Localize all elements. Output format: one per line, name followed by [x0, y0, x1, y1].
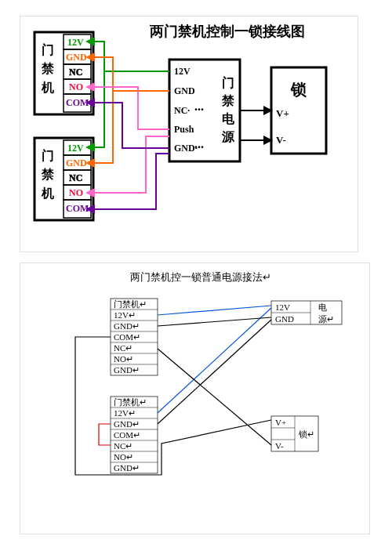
lock-1: 锁 V+ V-: [271, 67, 326, 154]
reader-2-pin-no: NO: [69, 187, 83, 198]
psu2-gnd: GND: [275, 314, 294, 324]
wires-2: [75, 306, 271, 475]
wiring-diagram-2: 两门禁机控一锁普通电源接法↵ 门禁机↵ 12V↵ GND↵ COM↵ NC↵ N…: [20, 263, 369, 534]
reader-b-nc: NC↵: [114, 441, 132, 451]
reader-b-com: COM↵: [114, 430, 140, 440]
lock-1-vminus: V-: [276, 134, 286, 146]
lock2-vplus: V+: [275, 418, 286, 427]
lock2-label: 锁↵: [298, 429, 314, 439]
reader-2-label-1: 门: [42, 148, 54, 162]
reader-1: 门 禁 机 12V GND NC NO COM: [34, 32, 93, 114]
reader-a: 门禁机↵ 12V↵ GND↵ COM↵ NC↵ NO↵ GND↵: [111, 299, 158, 375]
reader-2-label-3: 机: [41, 186, 54, 200]
lock2-vminus: V-: [275, 441, 284, 451]
diagram-top: 两门禁机控制一锁接线图 门 禁 机 12V GND NC NO COM 门 禁 …: [20, 16, 358, 252]
psu-pin-12v: 12V: [174, 66, 191, 77]
reader-a-label: 门禁机↵: [114, 299, 147, 309]
reader-1-pin-12v: 12V: [67, 37, 84, 48]
reader-b-gnd2: GND↵: [114, 463, 140, 473]
reader-a-nc: NC↵: [114, 343, 132, 353]
psu-2: 12V GND 电 源↵: [271, 301, 342, 324]
reader-b: 门禁机↵ 12V↵ GND↵ COM↵ NC↵ NO↵ GND↵: [111, 396, 158, 473]
reader-1-label-2: 禁: [41, 62, 55, 75]
reader-a-com: COM↵: [114, 332, 140, 342]
reader-1-label-1: 门: [42, 42, 54, 56]
diagram-bottom: 两门禁机控一锁普通电源接法↵ 门禁机↵ 12V↵ GND↵ COM↵ NC↵ N…: [20, 263, 370, 534]
title-1: 两门禁机控制一锁接线图: [149, 24, 305, 39]
reader-2-label-2: 禁: [41, 168, 55, 181]
lock-2: V+ V- 锁↵: [271, 416, 318, 451]
reader-a-12v: 12V↵: [114, 310, 136, 320]
lock-1-label: 锁: [290, 81, 307, 98]
reader-1-pin-gnd: GND: [66, 52, 87, 63]
psu-1-label-3: 电: [222, 112, 235, 125]
psu-pin-nc: NC·: [174, 105, 190, 116]
psu2-label-1: 电: [318, 302, 327, 312]
reader-b-12v: 12V↵: [114, 408, 136, 418]
psu-dots-top: ···: [194, 103, 204, 116]
reader-a-no: NO↵: [114, 354, 133, 364]
reader-2-pin-com: COM: [66, 203, 89, 214]
psu-1: 门 禁 电 源 12V GND NC· Push GND· ··· ···: [169, 60, 240, 161]
reader-2-pin-12v: 12V: [67, 143, 84, 154]
psu-1-label-1: 门: [222, 75, 234, 89]
psu2-12v: 12V: [275, 302, 290, 312]
psu-1-label-4: 源: [221, 130, 235, 143]
reader-1-label-3: 机: [41, 81, 54, 94]
psu-dots-bot: ···: [194, 140, 204, 154]
lock-1-vplus: V+: [276, 107, 289, 119]
reader-2-pin-gnd: GND: [66, 158, 87, 168]
reader-1-pin-com: COM: [66, 97, 89, 108]
reader-2: 门 禁 机 12V GND NC NO COM: [34, 138, 93, 220]
wiring-diagram-1: 两门禁机控制一锁接线图 门 禁 机 12V GND NC NO COM 门 禁 …: [20, 16, 358, 252]
reader-a-gnd2: GND↵: [114, 365, 140, 375]
reader-b-gnd: GND↵: [114, 419, 140, 429]
reader-b-label: 门禁机↵: [114, 397, 147, 407]
reader-b-no: NO↵: [114, 452, 133, 462]
reader-a-gnd: GND↵: [114, 321, 140, 331]
title-2: 两门禁机控一锁普通电源接法↵: [130, 271, 271, 283]
psu-pin-push: Push: [174, 124, 194, 135]
psu2-label-2: 源↵: [318, 314, 334, 324]
psu-pin-gnd: GND: [174, 85, 195, 96]
reader-1-pin-nc: NC: [69, 67, 82, 78]
reader-1-pin-no: NO: [69, 81, 83, 92]
psu-1-label-2: 禁: [221, 94, 235, 107]
reader-2-pin-nc: NC: [69, 172, 82, 183]
